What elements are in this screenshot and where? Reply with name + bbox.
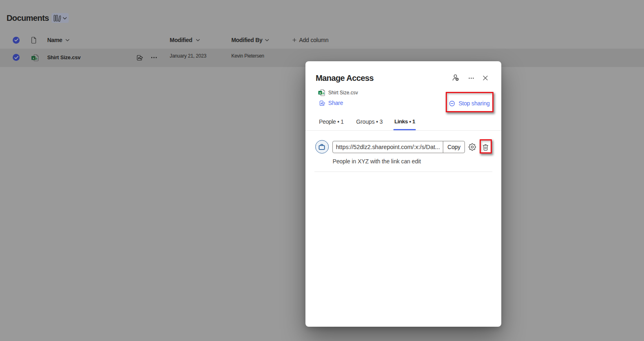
svg-text:x: x — [319, 91, 321, 95]
svg-text:x: x — [33, 56, 35, 60]
